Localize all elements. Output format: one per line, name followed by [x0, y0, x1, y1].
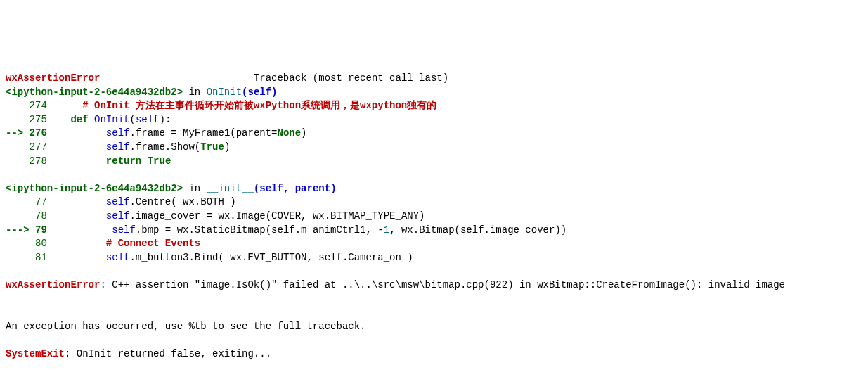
- systemexit-name: SystemExit: [6, 348, 65, 359]
- lineno-278: 278: [6, 155, 53, 167]
- systemexit-msg: OnInit returned false, exiting...: [77, 348, 271, 359]
- frame-source-2: <ipython-input-2-6e44a9432db2>: [6, 183, 183, 194]
- lineno-77: 77: [6, 196, 53, 207]
- error-message: C++ assertion "image.IsOk()" failed at .…: [112, 279, 785, 290]
- lineno-274: 274: [6, 100, 53, 111]
- error-type: wxAssertionError: [6, 279, 100, 290]
- lineno-79: 79: [35, 224, 53, 236]
- comment-80: # Connect Events: [106, 238, 200, 249]
- frame-source-1: <ipython-input-2-6e44a9432db2>: [6, 87, 183, 98]
- lineno-277: 277: [6, 141, 53, 153]
- comment-274: # OnInit 方法在主事件循环开始前被wxPython系统调用，是wxpyt…: [82, 100, 436, 111]
- arrow-79: --->: [6, 224, 35, 236]
- traceback-header: Traceback (most recent call last): [254, 72, 448, 84]
- error-name: wxAssertionError: [6, 72, 100, 84]
- frame-func-1: OnInit: [207, 87, 242, 98]
- lineno-275: 275: [6, 114, 53, 125]
- arrow-276: -->: [6, 127, 30, 139]
- traceback-output: wxAssertionError Traceback (most recent …: [6, 58, 862, 375]
- lineno-276: 276: [30, 127, 53, 139]
- frame-func-2: __init__: [207, 183, 254, 194]
- lineno-81: 81: [6, 252, 53, 263]
- exception-hint: An exception has occurred, use %tb to se…: [6, 321, 365, 332]
- lineno-80: 80: [6, 238, 53, 249]
- lineno-78: 78: [6, 210, 53, 222]
